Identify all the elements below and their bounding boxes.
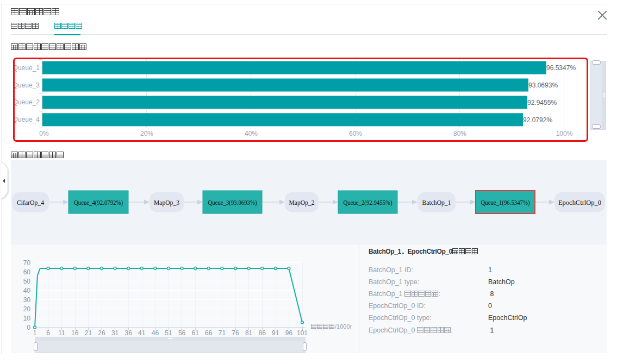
svg-text:100%: 100% <box>556 130 573 137</box>
svg-text:16: 16 <box>71 329 79 337</box>
svg-text:93.0693%: 93.0693% <box>528 81 558 89</box>
svg-text:Queue_2: Queue_2 <box>15 98 40 106</box>
svg-text:20: 20 <box>23 305 31 313</box>
svg-text:56: 56 <box>178 329 186 337</box>
svg-text:40: 40 <box>23 287 31 294</box>
svg-text:21: 21 <box>85 329 92 337</box>
svg-text:80%: 80% <box>453 130 466 137</box>
svg-text:40%: 40% <box>245 130 258 137</box>
svg-text:26: 26 <box>98 329 105 337</box>
svg-text:20%: 20% <box>140 130 153 137</box>
svg-text:50: 50 <box>23 278 31 285</box>
svg-text:10: 10 <box>23 315 31 322</box>
svg-text:92.0792%: 92.0792% <box>523 116 552 124</box>
svg-text:Queue_2(92.9455%): Queue_2(92.9455%) <box>344 198 392 206</box>
svg-text:76: 76 <box>232 329 239 337</box>
svg-text:0: 0 <box>27 324 30 331</box>
svg-text:11: 11 <box>58 329 65 337</box>
svg-text:MapOp_2: MapOp_2 <box>289 198 315 206</box>
svg-text:Queue_4(92.0792%): Queue_4(92.0792%) <box>74 198 123 206</box>
svg-text:1: 1 <box>33 329 37 337</box>
svg-text:0%: 0% <box>39 130 49 137</box>
svg-text:96.5347%: 96.5347% <box>546 64 576 72</box>
svg-text:66: 66 <box>205 329 213 337</box>
svg-text:Queue_1: Queue_1 <box>15 64 40 72</box>
svg-text:Queue_1(96.5347%): Queue_1(96.5347%) <box>481 198 530 206</box>
svg-text:60: 60 <box>23 268 31 276</box>
svg-text:81: 81 <box>245 329 253 337</box>
svg-text:MapOp_3: MapOp_3 <box>154 198 179 206</box>
svg-text:EpochCtrlOp_0: EpochCtrlOp_0 <box>558 198 601 206</box>
svg-text:Queue_3(93.0693%): Queue_3(93.0693%) <box>208 198 257 206</box>
svg-text:71: 71 <box>219 329 226 337</box>
svg-text:BatchOp_1: BatchOp_1 <box>422 198 451 206</box>
svg-text:CifarOp_4: CifarOp_4 <box>17 198 44 206</box>
svg-text:Queue_3: Queue_3 <box>15 81 40 89</box>
svg-text:31: 31 <box>111 329 119 337</box>
svg-text:101: 101 <box>297 329 308 337</box>
svg-text:92.9455%: 92.9455% <box>527 99 557 106</box>
svg-text:70: 70 <box>23 259 31 267</box>
svg-text:61: 61 <box>192 329 200 337</box>
svg-text:30: 30 <box>23 296 31 304</box>
svg-text:Queue_4: Queue_4 <box>15 116 40 123</box>
svg-text:96: 96 <box>285 329 293 337</box>
svg-text:60%: 60% <box>349 130 362 137</box>
svg-text:51: 51 <box>165 329 172 337</box>
svg-text:46: 46 <box>152 329 159 337</box>
svg-text:36: 36 <box>125 329 133 337</box>
svg-text:6: 6 <box>46 329 50 337</box>
svg-text:91: 91 <box>272 329 279 337</box>
svg-text:86: 86 <box>259 329 266 337</box>
svg-text:41: 41 <box>138 329 146 337</box>
